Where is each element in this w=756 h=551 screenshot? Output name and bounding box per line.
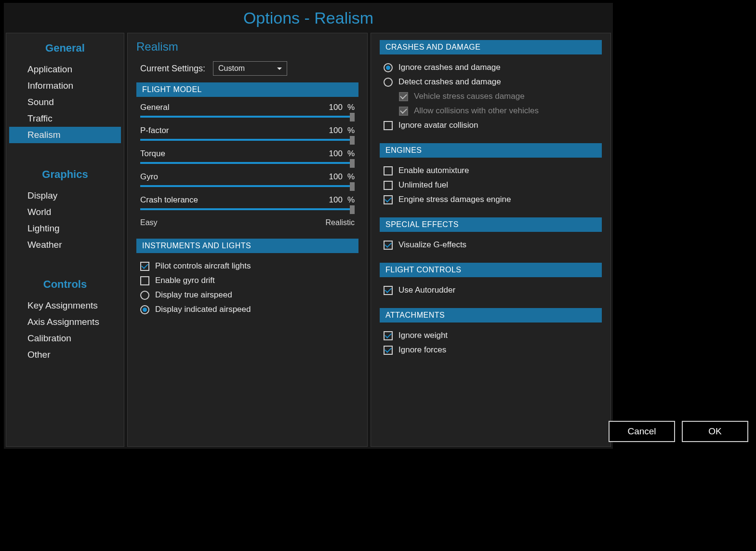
slider-torque: Torque100% xyxy=(136,149,358,165)
slider-thumb[interactable] xyxy=(350,182,355,191)
sidebar-item-information[interactable]: Information xyxy=(9,78,121,94)
checkbox-icon[interactable] xyxy=(384,166,393,175)
control-label: Detect crashes and damage xyxy=(398,77,501,87)
cancel-button[interactable]: Cancel xyxy=(609,421,675,442)
checkbox-icon[interactable] xyxy=(384,286,393,295)
slider-label: P-factor xyxy=(140,126,169,135)
slider-crash-tolerance: Crash tolerance100% xyxy=(136,195,358,212)
checkbox-icon[interactable] xyxy=(384,331,393,340)
checkbox-icon[interactable] xyxy=(140,262,149,271)
control-label: Enable automixture xyxy=(398,166,469,175)
checkbox-icon[interactable] xyxy=(384,346,393,355)
slider-general: General100% xyxy=(136,103,358,119)
radio-icon[interactable] xyxy=(384,63,393,72)
slider-value: 100 xyxy=(329,195,343,205)
radio-icon[interactable] xyxy=(384,78,393,87)
slider-label: General xyxy=(140,103,169,112)
checkbox-enable-gyro-drift[interactable]: Enable gyro drift xyxy=(136,273,358,288)
checkbox-icon xyxy=(399,107,408,116)
slider-thumb[interactable] xyxy=(350,113,355,121)
sidebar-item-calibration[interactable]: Calibration xyxy=(9,330,121,347)
checkbox-allow-collisions-with-other-vehicles: Allow collisions with other vehicles xyxy=(380,104,602,118)
control-label: Engine stress damages engine xyxy=(398,195,511,204)
engines-header: ENGINES xyxy=(380,143,602,158)
control-label: Display indicated airspeed xyxy=(155,305,251,314)
current-settings-dropdown[interactable]: Custom xyxy=(213,61,287,76)
left-column: Realism Current Settings: Custom FLIGHT … xyxy=(127,33,368,447)
slider-track[interactable] xyxy=(140,161,355,165)
chevron-down-icon xyxy=(277,67,282,70)
checkbox-pilot-controls-aircraft-lights[interactable]: Pilot controls aircraft lights xyxy=(136,259,358,273)
instruments-header: INSTRUMENTS AND LIGHTS xyxy=(136,239,358,253)
checkbox-visualize-g-effects[interactable]: Visualize G-effects xyxy=(380,238,602,252)
checkbox-engine-stress-damages-engine[interactable]: Engine stress damages engine xyxy=(380,192,602,207)
checkbox-icon[interactable] xyxy=(384,195,393,204)
sidebar-item-axis-assignments[interactable]: Axis Assignments xyxy=(9,314,121,330)
legend-realistic: Realistic xyxy=(326,218,355,227)
slider-gyro: Gyro100% xyxy=(136,172,358,188)
control-label: Display true airspeed xyxy=(155,290,232,300)
sidebar-item-traffic[interactable]: Traffic xyxy=(9,110,121,127)
radio-ignore-crashes-and-damage[interactable]: Ignore crashes and damage xyxy=(380,60,602,75)
main-area: Realism Current Settings: Custom FLIGHT … xyxy=(127,33,611,447)
sidebar-group-header: General xyxy=(9,42,121,54)
slider-value: 100 xyxy=(329,149,343,159)
sidebar-group-header: Graphics xyxy=(9,168,121,181)
checkbox-ignore-weight[interactable]: Ignore weight xyxy=(380,328,602,343)
slider-value: 100 xyxy=(329,103,343,112)
checkbox-icon[interactable] xyxy=(140,276,149,285)
slider-track[interactable] xyxy=(140,184,355,188)
control-label: Ignore crashes and damage xyxy=(398,63,501,72)
current-settings-row: Current Settings: Custom xyxy=(136,61,358,76)
slider-track[interactable] xyxy=(140,207,355,212)
radio-icon[interactable] xyxy=(140,291,149,300)
sidebar-item-lighting[interactable]: Lighting xyxy=(9,220,121,237)
slider-label: Crash tolerance xyxy=(140,195,198,205)
slider-thumb[interactable] xyxy=(350,136,355,145)
options-window: Options - Realism GeneralApplicationInfo… xyxy=(4,3,613,449)
flight-model-header: FLIGHT MODEL xyxy=(136,82,358,97)
flight-controls-header: FLIGHT CONTROLS xyxy=(380,263,602,277)
radio-detect-crashes-and-damage[interactable]: Detect crashes and damage xyxy=(380,75,602,89)
window-title: Options - Realism xyxy=(4,3,613,33)
checkbox-icon[interactable] xyxy=(384,121,393,130)
sidebar-item-display[interactable]: Display xyxy=(9,188,121,204)
sidebar-item-realism[interactable]: Realism xyxy=(9,127,121,143)
slider-value: 100 xyxy=(329,172,343,182)
checkbox-icon[interactable] xyxy=(384,241,393,250)
legend-easy: Easy xyxy=(140,218,158,227)
checkbox-enable-automixture[interactable]: Enable automixture xyxy=(380,163,602,178)
sidebar-item-sound[interactable]: Sound xyxy=(9,94,121,110)
sidebar-item-application[interactable]: Application xyxy=(9,61,121,78)
control-label: Ignore avatar collision xyxy=(398,121,478,130)
slider-thumb[interactable] xyxy=(350,159,355,168)
control-label: Unlimited fuel xyxy=(398,180,448,190)
checkbox-icon[interactable] xyxy=(384,181,393,190)
window-body: GeneralApplicationInformationSoundTraffi… xyxy=(4,33,613,449)
control-label: Visualize G-effects xyxy=(398,240,466,250)
slider-track[interactable] xyxy=(140,137,355,142)
checkbox-ignore-forces[interactable]: Ignore forces xyxy=(380,343,602,357)
slider-thumb[interactable] xyxy=(350,205,355,214)
control-label: Use Autorudder xyxy=(398,285,455,295)
sidebar-item-world[interactable]: World xyxy=(9,204,121,220)
radio-display-indicated-airspeed[interactable]: Display indicated airspeed xyxy=(136,302,358,317)
checkbox-icon xyxy=(399,92,408,101)
control-label: Vehicle stress causes damage xyxy=(414,92,525,101)
ok-button[interactable]: OK xyxy=(682,421,748,442)
slider-unit: % xyxy=(347,195,355,205)
control-label: Enable gyro drift xyxy=(155,276,215,285)
radio-display-true-airspeed[interactable]: Display true airspeed xyxy=(136,288,358,302)
checkbox-unlimited-fuel[interactable]: Unlimited fuel xyxy=(380,178,602,192)
checkbox-ignore-avatar-collision[interactable]: Ignore avatar collision xyxy=(380,118,602,133)
sidebar-item-other[interactable]: Other xyxy=(9,347,121,363)
crashes-header: CRASHES AND DAMAGE xyxy=(380,40,602,54)
slider-unit: % xyxy=(347,172,355,182)
checkbox-use-autorudder[interactable]: Use Autorudder xyxy=(380,283,602,297)
control-label: Ignore forces xyxy=(398,345,446,355)
slider-track[interactable] xyxy=(140,114,355,119)
radio-icon[interactable] xyxy=(140,305,149,314)
slider-unit: % xyxy=(347,149,355,159)
sidebar-item-weather[interactable]: Weather xyxy=(9,237,121,253)
sidebar-item-key-assignments[interactable]: Key Assignments xyxy=(9,297,121,314)
